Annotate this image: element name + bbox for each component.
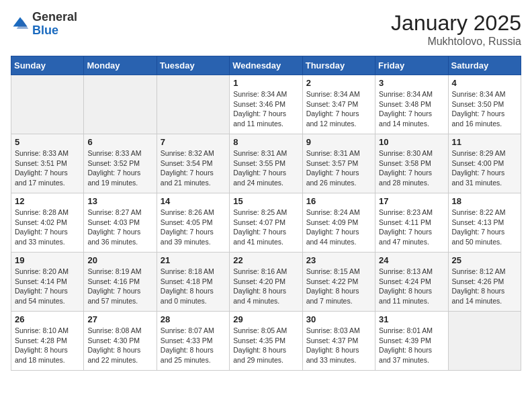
day-info: Sunrise: 8:34 AM Sunset: 3:50 PM Dayligh… (452, 89, 517, 129)
day-cell: 17Sunrise: 8:23 AM Sunset: 4:11 PM Dayli… (375, 193, 448, 253)
day-info: Sunrise: 8:31 AM Sunset: 3:57 PM Dayligh… (306, 148, 371, 188)
day-info: Sunrise: 8:32 AM Sunset: 3:54 PM Dayligh… (161, 148, 226, 188)
day-cell: 25Sunrise: 8:12 AM Sunset: 4:26 PM Dayli… (448, 253, 521, 312)
day-cell: 21Sunrise: 8:18 AM Sunset: 4:18 PM Dayli… (157, 253, 229, 312)
day-cell: 29Sunrise: 8:05 AM Sunset: 4:35 PM Dayli… (230, 312, 302, 371)
day-number: 17 (379, 196, 444, 206)
day-info: Sunrise: 8:12 AM Sunset: 4:26 PM Dayligh… (452, 267, 517, 306)
day-cell: 20Sunrise: 8:19 AM Sunset: 4:16 PM Dayli… (84, 253, 157, 312)
day-number: 3 (379, 78, 444, 88)
day-info: Sunrise: 8:31 AM Sunset: 3:55 PM Dayligh… (233, 148, 298, 188)
title-month: January 2025 (391, 11, 521, 36)
title-block: January 2025 Mukhtolovo, Russia (391, 11, 521, 48)
day-number: 12 (15, 196, 80, 206)
day-info: Sunrise: 8:01 AM Sunset: 4:39 PM Dayligh… (379, 326, 444, 365)
logo-icon (11, 15, 30, 34)
day-number: 6 (87, 137, 152, 147)
day-cell: 9Sunrise: 8:31 AM Sunset: 3:57 PM Daylig… (302, 134, 375, 193)
col-header-monday: Monday (84, 56, 157, 75)
day-cell: 7Sunrise: 8:32 AM Sunset: 3:54 PM Daylig… (157, 134, 229, 193)
calendar-table: SundayMondayTuesdayWednesdayThursdayFrid… (11, 56, 521, 371)
logo: General Blue (11, 11, 77, 38)
day-cell: 27Sunrise: 8:08 AM Sunset: 4:30 PM Dayli… (84, 312, 157, 371)
day-cell: 16Sunrise: 8:24 AM Sunset: 4:09 PM Dayli… (302, 193, 375, 253)
day-cell: 13Sunrise: 8:27 AM Sunset: 4:03 PM Dayli… (84, 193, 157, 253)
day-info: Sunrise: 8:10 AM Sunset: 4:28 PM Dayligh… (15, 326, 80, 365)
day-info: Sunrise: 8:24 AM Sunset: 4:09 PM Dayligh… (306, 208, 371, 247)
day-number: 26 (15, 314, 80, 324)
col-header-wednesday: Wednesday (230, 56, 302, 75)
day-info: Sunrise: 8:25 AM Sunset: 4:07 PM Dayligh… (233, 208, 298, 247)
day-number: 14 (161, 196, 226, 206)
day-info: Sunrise: 8:16 AM Sunset: 4:20 PM Dayligh… (233, 267, 298, 306)
day-number: 8 (233, 137, 298, 147)
day-number: 19 (15, 255, 80, 265)
day-info: Sunrise: 8:26 AM Sunset: 4:05 PM Dayligh… (161, 208, 226, 247)
day-number: 10 (379, 137, 444, 147)
day-number: 15 (233, 196, 298, 206)
page-header: General Blue January 2025 Mukhtolovo, Ru… (11, 11, 521, 48)
day-number: 23 (306, 255, 371, 265)
col-header-sunday: Sunday (11, 56, 84, 75)
week-row: 1Sunrise: 8:34 AM Sunset: 3:46 PM Daylig… (11, 75, 521, 134)
day-number: 4 (452, 78, 517, 88)
title-location: Mukhtolovo, Russia (391, 36, 521, 48)
day-info: Sunrise: 8:33 AM Sunset: 3:51 PM Dayligh… (15, 148, 80, 188)
day-info: Sunrise: 8:30 AM Sunset: 3:58 PM Dayligh… (379, 148, 444, 188)
day-info: Sunrise: 8:34 AM Sunset: 3:46 PM Dayligh… (233, 89, 298, 129)
day-number: 31 (379, 314, 444, 324)
day-cell: 6Sunrise: 8:33 AM Sunset: 3:52 PM Daylig… (84, 134, 157, 193)
day-cell: 24Sunrise: 8:13 AM Sunset: 4:24 PM Dayli… (375, 253, 448, 312)
day-info: Sunrise: 8:03 AM Sunset: 4:37 PM Dayligh… (306, 326, 371, 365)
day-cell: 4Sunrise: 8:34 AM Sunset: 3:50 PM Daylig… (448, 75, 521, 134)
day-number: 27 (87, 314, 152, 324)
day-info: Sunrise: 8:27 AM Sunset: 4:03 PM Dayligh… (87, 208, 152, 247)
day-number: 24 (379, 255, 444, 265)
col-header-friday: Friday (375, 56, 448, 75)
day-cell: 23Sunrise: 8:15 AM Sunset: 4:22 PM Dayli… (302, 253, 375, 312)
day-number: 28 (161, 314, 226, 324)
day-info: Sunrise: 8:34 AM Sunset: 3:47 PM Dayligh… (306, 89, 371, 129)
day-cell: 8Sunrise: 8:31 AM Sunset: 3:55 PM Daylig… (230, 134, 302, 193)
day-info: Sunrise: 8:18 AM Sunset: 4:18 PM Dayligh… (161, 267, 226, 306)
logo-text: General Blue (32, 11, 77, 38)
day-cell (448, 312, 521, 371)
day-info: Sunrise: 8:29 AM Sunset: 4:00 PM Dayligh… (452, 148, 517, 188)
day-cell: 12Sunrise: 8:28 AM Sunset: 4:02 PM Dayli… (11, 193, 84, 253)
col-header-thursday: Thursday (302, 56, 375, 75)
day-info: Sunrise: 8:05 AM Sunset: 4:35 PM Dayligh… (233, 326, 298, 365)
day-cell (84, 75, 157, 134)
day-info: Sunrise: 8:08 AM Sunset: 4:30 PM Dayligh… (87, 326, 152, 365)
day-info: Sunrise: 8:19 AM Sunset: 4:16 PM Dayligh… (87, 267, 152, 306)
day-number: 9 (306, 137, 371, 147)
day-number: 1 (233, 78, 298, 88)
day-number: 22 (233, 255, 298, 265)
day-info: Sunrise: 8:23 AM Sunset: 4:11 PM Dayligh… (379, 208, 444, 247)
day-info: Sunrise: 8:22 AM Sunset: 4:13 PM Dayligh… (452, 208, 517, 247)
day-cell (11, 75, 84, 134)
day-number: 7 (161, 137, 226, 147)
day-info: Sunrise: 8:15 AM Sunset: 4:22 PM Dayligh… (306, 267, 371, 306)
day-number: 25 (452, 255, 517, 265)
week-row: 5Sunrise: 8:33 AM Sunset: 3:51 PM Daylig… (11, 134, 521, 193)
day-cell: 28Sunrise: 8:07 AM Sunset: 4:33 PM Dayli… (157, 312, 229, 371)
col-header-saturday: Saturday (448, 56, 521, 75)
col-header-tuesday: Tuesday (157, 56, 229, 75)
day-cell: 19Sunrise: 8:20 AM Sunset: 4:14 PM Dayli… (11, 253, 84, 312)
day-cell: 3Sunrise: 8:34 AM Sunset: 3:48 PM Daylig… (375, 75, 448, 134)
day-cell: 11Sunrise: 8:29 AM Sunset: 4:00 PM Dayli… (448, 134, 521, 193)
day-cell: 14Sunrise: 8:26 AM Sunset: 4:05 PM Dayli… (157, 193, 229, 253)
day-info: Sunrise: 8:20 AM Sunset: 4:14 PM Dayligh… (15, 267, 80, 306)
day-info: Sunrise: 8:34 AM Sunset: 3:48 PM Dayligh… (379, 89, 444, 129)
day-cell: 1Sunrise: 8:34 AM Sunset: 3:46 PM Daylig… (230, 75, 302, 134)
day-number: 20 (87, 255, 152, 265)
day-cell (157, 75, 229, 134)
day-number: 2 (306, 78, 371, 88)
day-cell: 10Sunrise: 8:30 AM Sunset: 3:58 PM Dayli… (375, 134, 448, 193)
day-number: 30 (306, 314, 371, 324)
week-row: 12Sunrise: 8:28 AM Sunset: 4:02 PM Dayli… (11, 193, 521, 253)
day-number: 16 (306, 196, 371, 206)
day-number: 11 (452, 137, 517, 147)
day-cell: 30Sunrise: 8:03 AM Sunset: 4:37 PM Dayli… (302, 312, 375, 371)
week-row: 19Sunrise: 8:20 AM Sunset: 4:14 PM Dayli… (11, 253, 521, 312)
